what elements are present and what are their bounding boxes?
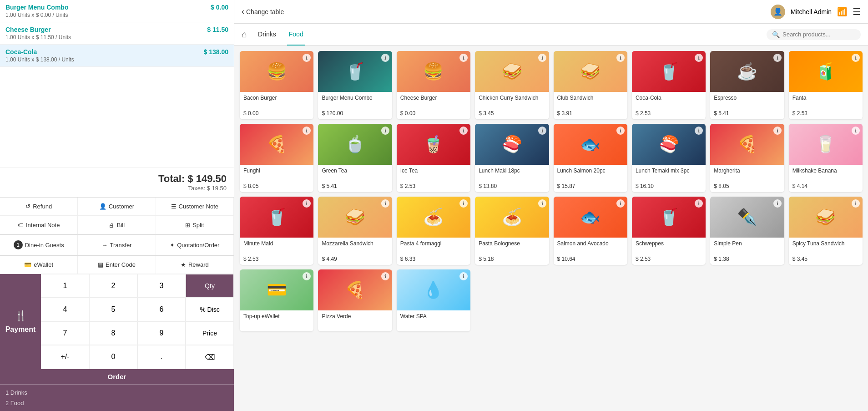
product-card-espresso[interactable]: ☕ Espresso $ 5.41 ℹ — [710, 51, 784, 119]
product-info-icon[interactable]: ℹ — [616, 127, 625, 135]
order-item[interactable]: Coca-Cola $ 138.00 1.00 Units x $ 138.00… — [0, 45, 234, 67]
product-info-icon[interactable]: ℹ — [538, 199, 546, 208]
product-info-icon[interactable]: ℹ — [852, 199, 860, 208]
customer-note-button[interactable]: ☰ Customer Note — [156, 198, 234, 216]
payment-button[interactable]: 🍴 Payment — [0, 274, 41, 369]
num-3[interactable]: 3 — [137, 274, 186, 298]
num-backspace[interactable]: ⌫ — [186, 345, 234, 369]
product-info-icon[interactable]: ℹ — [852, 54, 860, 62]
tab-drinks[interactable]: Drinks — [256, 24, 278, 46]
order-item-price: $ 0.00 — [211, 4, 228, 11]
num-5[interactable]: 5 — [89, 298, 137, 321]
product-card-club-sandwich[interactable]: 🥪 Club Sandwich $ 3.91 ℹ — [554, 51, 627, 119]
product-card-pizza-verde[interactable]: 🍕 Pizza Verde ℹ — [318, 269, 392, 331]
product-card-lunch-maki-18pc[interactable]: 🍣 Lunch Maki 18pc $ 13.80 ℹ — [475, 124, 549, 192]
product-name: Funghi — [243, 167, 310, 181]
product-info-icon[interactable]: ℹ — [381, 272, 389, 280]
bill-button[interactable]: 🖨 Bill — [78, 216, 156, 234]
product-card-pasta-4-formaggi[interactable]: 🍝 Pasta 4 formaggi $ 6.33 ℹ — [397, 197, 470, 265]
product-card-green-tea[interactable]: 🍵 Green Tea $ 5.41 ℹ — [318, 124, 392, 192]
refund-button[interactable]: ↺ Refund — [0, 198, 78, 216]
product-card-mozzarella-sandwich[interactable]: 🥪 Mozzarella Sandwich $ 4.49 ℹ — [318, 197, 392, 265]
num-0[interactable]: 0 — [89, 345, 137, 369]
product-card-pasta-bolognese[interactable]: 🍝 Pasta Bolognese $ 5.18 ℹ — [475, 197, 549, 265]
home-icon[interactable]: ⌂ — [242, 29, 247, 40]
product-info-icon[interactable]: ℹ — [381, 54, 389, 62]
product-card-lunch-temaki-mix-3pc[interactable]: 🍣 Lunch Temaki mix 3pc $ 16.10 ℹ — [632, 124, 706, 192]
product-price: $ 3.91 — [557, 110, 624, 117]
product-card-fanta[interactable]: 🧃 Fanta $ 2.53 ℹ — [789, 51, 863, 119]
product-price: $ 15.87 — [557, 183, 624, 189]
product-info-icon[interactable]: ℹ — [773, 199, 782, 208]
product-info-icon[interactable]: ℹ — [773, 54, 782, 62]
product-info-icon[interactable]: ℹ — [852, 127, 860, 135]
product-info-icon[interactable]: ℹ — [459, 272, 468, 280]
back-button[interactable]: ‹ Change table — [242, 7, 284, 16]
search-input[interactable] — [782, 31, 855, 38]
product-card-schweppes[interactable]: 🥤 Schweppes $ 2.53 ℹ — [632, 197, 706, 265]
product-card-water-spa[interactable]: 💧 Water SPA ℹ — [397, 269, 470, 331]
quotation-icon: ✦ — [170, 242, 175, 249]
product-card-funghi[interactable]: 🍕 Funghi $ 8.05 ℹ — [240, 124, 313, 192]
order-item-name: Burger Menu Combo — [5, 4, 68, 11]
num-8[interactable]: 8 — [89, 321, 137, 345]
ewallet-button[interactable]: 💳 eWallet — [0, 256, 78, 274]
order-tab-food[interactable]: 2 Food — [5, 398, 228, 408]
product-card-coca-cola[interactable]: 🥤 Coca-Cola $ 2.53 ℹ — [632, 51, 706, 119]
transfer-button[interactable]: → Transfer — [78, 235, 156, 255]
product-card-spicy-tuna-sandwich[interactable]: 🥪 Spicy Tuna Sandwich $ 3.45 ℹ — [789, 197, 863, 265]
product-card-cheese-burger[interactable]: 🍔 Cheese Burger $ 0.00 ℹ — [397, 51, 470, 119]
product-card-ice-tea[interactable]: 🧋 Ice Tea $ 2.53 ℹ — [397, 124, 470, 192]
more-action-buttons: 💳 eWallet ▤ Enter Code ★ Reward — [0, 255, 234, 274]
tab-food[interactable]: Food — [287, 24, 305, 46]
product-price: $ 2.53 — [636, 110, 702, 117]
order-tab-drinks[interactable]: 1 Drinks — [5, 387, 228, 398]
product-info-icon[interactable]: ℹ — [773, 127, 782, 135]
order-item-price: $ 138.00 — [204, 48, 229, 56]
price-mode[interactable]: Price — [186, 321, 234, 345]
product-price: $ 2.53 — [243, 256, 310, 262]
order-item[interactable]: Cheese Burger $ 11.50 1.00 Units x $ 11.… — [0, 22, 234, 45]
product-info-icon[interactable]: ℹ — [616, 199, 625, 208]
product-info-icon[interactable]: ℹ — [381, 199, 389, 208]
num-2[interactable]: 2 — [89, 274, 137, 298]
internal-note-button[interactable]: 🏷 Internal Note — [0, 216, 78, 234]
enter-code-button[interactable]: ▤ Enter Code — [78, 256, 156, 274]
back-arrow-icon: ‹ — [242, 7, 244, 16]
product-card-lunch-salmon-20pc[interactable]: 🐟 Lunch Salmon 20pc $ 15.87 ℹ — [554, 124, 627, 192]
num-plusminus[interactable]: +/- — [41, 345, 89, 369]
product-info-icon[interactable]: ℹ — [538, 127, 546, 135]
product-card-margherita[interactable]: 🍕 Margherita $ 8.05 ℹ — [710, 124, 784, 192]
order-item[interactable]: Burger Menu Combo $ 0.00 1.00 Units x $ … — [0, 0, 234, 22]
product-info-icon[interactable]: ℹ — [459, 54, 468, 62]
num-7[interactable]: 7 — [41, 321, 89, 345]
product-card-simple-pen[interactable]: ✒️ Simple Pen $ 1.38 ℹ — [710, 197, 784, 265]
order-tab-list: 1 Drinks 2 Food — [0, 385, 234, 411]
product-card-minute-maid[interactable]: 🥤 Minute Maid $ 2.53 ℹ — [240, 197, 313, 265]
num-1[interactable]: 1 — [41, 274, 89, 298]
product-card-milkshake-banana[interactable]: 🥛 Milkshake Banana $ 4.14 ℹ — [789, 124, 863, 192]
num-6[interactable]: 6 — [137, 298, 186, 321]
customer-button[interactable]: 👤 Customer — [78, 198, 156, 216]
product-card-bacon-burger[interactable]: 🍔 Bacon Burger $ 0.00 ℹ — [240, 51, 313, 119]
product-card-salmon-and-avocado[interactable]: 🐟 Salmon and Avocado $ 10.64 ℹ — [554, 197, 627, 265]
qty-mode[interactable]: Qty — [186, 274, 234, 298]
product-info-icon[interactable]: ℹ — [538, 54, 546, 62]
product-info-icon[interactable]: ℹ — [616, 54, 625, 62]
quotation-order-button[interactable]: ✦ Quotation/Order — [156, 235, 234, 255]
dine-in-guests-button[interactable]: 1 Dine-in Guests — [0, 235, 78, 255]
num-9[interactable]: 9 — [137, 321, 186, 345]
product-info-icon[interactable]: ℹ — [459, 199, 468, 208]
product-info-icon[interactable]: ℹ — [459, 127, 468, 135]
hamburger-menu-icon[interactable]: ☰ — [853, 6, 861, 17]
disc-mode[interactable]: % Disc — [186, 298, 234, 321]
split-button[interactable]: ⊞ Split — [156, 216, 234, 234]
num-4[interactable]: 4 — [41, 298, 89, 321]
reward-button[interactable]: ★ Reward — [156, 256, 234, 274]
product-name: Fanta — [792, 95, 859, 108]
product-card-chicken-curry-sandwich[interactable]: 🥪 Chicken Curry Sandwich $ 3.45 ℹ — [475, 51, 549, 119]
num-dot[interactable]: . — [137, 345, 186, 369]
product-card-top-up-ewallet[interactable]: 💳 Top-up eWallet ℹ — [240, 269, 313, 331]
product-info-icon[interactable]: ℹ — [381, 127, 389, 135]
product-card-burger-menu-combo[interactable]: 🥤 Burger Menu Combo $ 120.00 ℹ — [318, 51, 392, 119]
